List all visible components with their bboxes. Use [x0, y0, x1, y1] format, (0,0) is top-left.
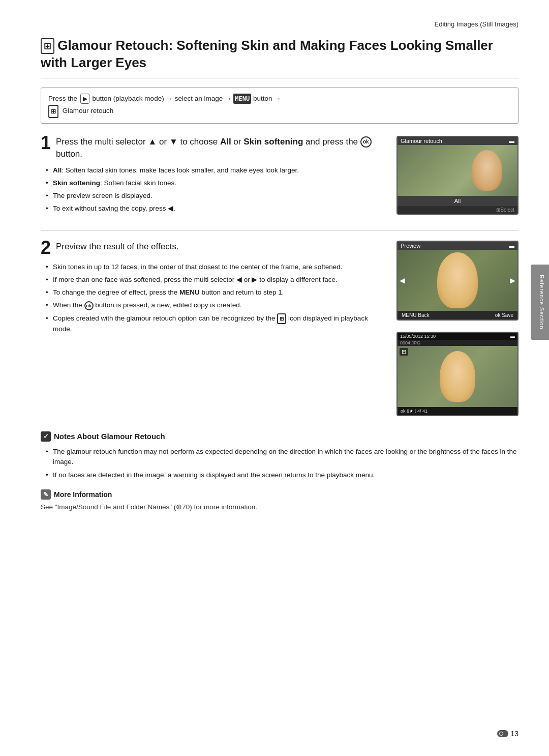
preview-bottom-bar: MENU Back ok Save	[398, 311, 517, 319]
notes-bullet-2: If no faces are detected in the image, a…	[46, 470, 518, 480]
section-divider	[41, 230, 518, 230]
notes-section: ✓ Notes About Glamour Retouch The glamou…	[41, 431, 518, 511]
glamour-retouch-icon: ⊞	[41, 38, 54, 54]
reference-section-tab: Reference Section	[531, 265, 549, 340]
step2-text: 2 Preview the result of the effects. Ski…	[41, 241, 382, 416]
playback-bottom-bar: ok 6★ ℓ 4/ 41	[398, 407, 517, 415]
step1-section: 1 Press the multi selector ▲ or ▼ to cho…	[41, 136, 518, 217]
step1-all: All	[220, 137, 231, 147]
step1-number: 1	[41, 136, 51, 152]
playback-image-area: ⊞	[398, 346, 517, 407]
preview-title-text: Preview	[401, 243, 420, 249]
page-section-label: Editing Images (Still Images)	[41, 20, 518, 28]
glamour-icon-inline: ⊞	[277, 313, 286, 324]
face-silhouette	[472, 150, 502, 191]
playback-screen: 15/05/2012 15:30 ▬ 0004.JPG ⊞ ok 6★ ℓ 4/…	[396, 332, 518, 416]
step2-heading: 2 Preview the result of the effects.	[41, 241, 382, 257]
step2-number: 2	[41, 241, 51, 257]
reference-tab-text: Reference Section	[539, 275, 545, 330]
camera-title-text: Glamour retouch	[401, 138, 442, 144]
page-number-text: 13	[510, 730, 518, 738]
breadcrumb-suffix: button →	[253, 95, 281, 102]
preview-ok-save: ok Save	[495, 312, 513, 318]
step1-or1: or	[159, 137, 167, 147]
notes-title: ✓ Notes About Glamour Retouch	[41, 431, 518, 442]
glamour-retouch-breadcrumb-icon: ⊞	[48, 105, 58, 118]
more-info-title: ✎ More Information	[41, 489, 518, 500]
section-label-text: Editing Images (Still Images)	[435, 20, 518, 28]
notes-title-text: Notes About Glamour Retouch	[54, 432, 165, 441]
page: Editing Images (Still Images) ⊞Glamour R…	[0, 0, 549, 756]
step2-bullet-1: Skin tones in up to 12 faces, in the ord…	[46, 262, 382, 272]
preview-face	[437, 252, 478, 308]
ok-circle-inline: ok	[84, 301, 94, 310]
playback-bottom-info: ok 6★ ℓ 4/ 41	[401, 409, 428, 414]
step2-camera-images: Preview ▬ ◀ ▶ MENU Back ok Save 15/05/20…	[396, 241, 518, 416]
step2-bullet-5: Copies created with the glamour retouch …	[46, 313, 382, 334]
glamour-retouch-screen: Glamour retouch ▬ All ⊞Select	[396, 136, 518, 215]
step1-skin-softening: Skin softening	[243, 137, 303, 147]
step1-press: and press the	[306, 137, 360, 147]
glamour-retouch-playback-icon: ⊞	[400, 348, 408, 356]
notes-list: The glamour retouch function may not per…	[41, 447, 518, 481]
step1-bullet-2: Skin softening: Soften facial skin tones…	[46, 178, 382, 188]
step1-heading-prefix: Press the multi selector	[56, 137, 146, 147]
notes-bullet-1: The glamour retouch function may not per…	[46, 447, 518, 468]
step1-or2: or	[233, 137, 243, 147]
step1-heading: 1 Press the multi selector ▲ or ▼ to cho…	[41, 136, 382, 160]
playback-filename-bar: 0004.JPG	[398, 340, 517, 346]
playback-status-bar: 15/05/2012 15:30 ▬	[398, 333, 517, 340]
nav-left-icon: ◀	[400, 276, 405, 284]
playback-filename: 0004.JPG	[400, 340, 420, 345]
breadcrumb-box: Press the ▶ button (playback mode) → sel…	[41, 88, 518, 124]
step2-bullet-list: Skin tones in up to 12 faces, in the ord…	[41, 262, 382, 334]
more-info-text: See "Image/Sound File and Folder Names" …	[41, 503, 518, 511]
step2-bullet-2: If more than one face was softened, pres…	[46, 275, 382, 285]
step2-section: 2 Preview the result of the effects. Ski…	[41, 241, 518, 416]
breadcrumb-middle: button (playback mode) → select an image…	[93, 95, 234, 102]
camera-image-area	[398, 145, 517, 196]
playback-battery-icon: ▬	[510, 334, 515, 339]
camera-bottom-bar: ⊞Select	[398, 206, 517, 214]
check-icon: ✓	[41, 431, 51, 442]
preview-image-area: ◀ ▶	[398, 250, 517, 311]
main-title: ⊞Glamour Retouch: Softening Skin and Mak…	[41, 37, 518, 78]
playback-face	[440, 351, 475, 402]
step2-heading-text: Preview the result of the effects.	[56, 242, 179, 251]
more-info-body: See "Image/Sound File and Folder Names" …	[41, 503, 257, 511]
more-info-title-text: More Information	[54, 490, 112, 499]
breadcrumb-glamour-text: Glamour retouch	[63, 107, 114, 114]
menu-button-label: MENU	[233, 94, 251, 104]
camera-menu-bar: All	[398, 196, 517, 206]
preview-title-bar: Preview ▬	[398, 242, 517, 250]
pencil-icon: ✎	[41, 489, 51, 500]
step2-bullet-3: To change the degree of effect, press th…	[46, 287, 382, 298]
camera-title-bar: Glamour retouch ▬	[398, 137, 517, 145]
select-label: ⊞Select	[496, 207, 514, 213]
camera-battery-icon: ▬	[509, 138, 514, 144]
main-title-text: Glamour Retouch: Softening Skin and Maki…	[41, 38, 493, 70]
page-link-icon	[497, 730, 508, 737]
step1-bullet-3: The preview screen is displayed.	[46, 191, 382, 201]
ok-button-icon: ok	[360, 136, 372, 148]
step1-button: button.	[56, 149, 82, 159]
step1-bullet-list: All: Soften facial skin tones, make face…	[41, 165, 382, 214]
playback-button-icon: ▶	[80, 94, 89, 104]
menu-item-all: All	[454, 198, 461, 204]
preview-screen: Preview ▬ ◀ ▶ MENU Back ok Save	[396, 241, 518, 321]
breadcrumb-prefix: Press the	[48, 95, 77, 102]
step2-bullet-4: When the ok button is pressed, a new, ed…	[46, 300, 382, 310]
page-number: 13	[497, 730, 518, 738]
step1-text: 1 Press the multi selector ▲ or ▼ to cho…	[41, 136, 382, 217]
preview-battery-icon: ▬	[509, 243, 514, 249]
nav-right-icon: ▶	[510, 276, 515, 284]
step1-bullet-4: To exit without saving the copy, press ◀…	[46, 203, 382, 214]
step1-choose: to choose	[180, 137, 220, 147]
step1-bullet-1: All: Soften facial skin tones, make face…	[46, 165, 382, 176]
playback-datetime: 15/05/2012 15:30	[400, 334, 436, 339]
preview-menu-back: MENU Back	[402, 312, 429, 318]
step1-camera-image: Glamour retouch ▬ All ⊞Select	[396, 136, 518, 215]
